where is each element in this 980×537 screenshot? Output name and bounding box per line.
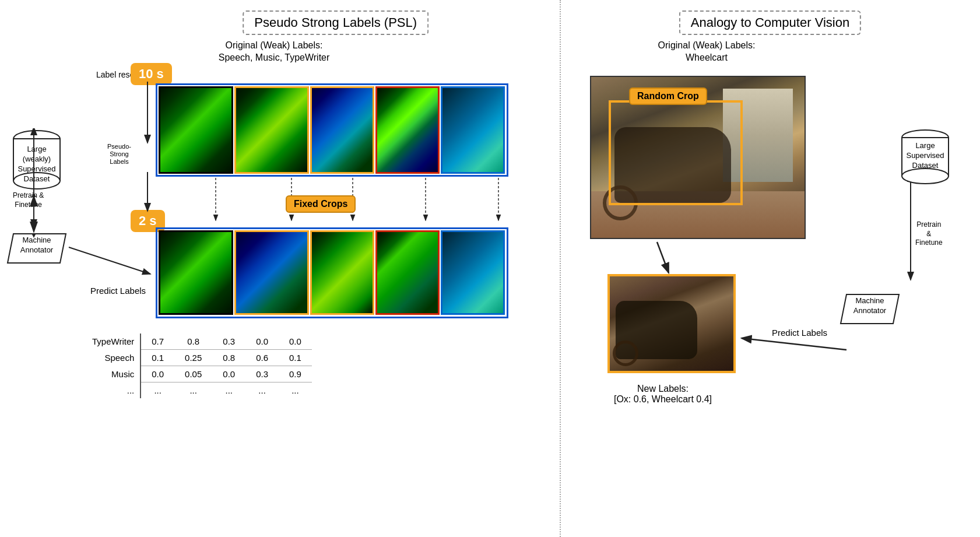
main-container: Pseudo Strong Labels (PSL) Original (Wea… [0,0,980,537]
spec-top-1 [159,86,233,174]
table-row-typewriter: TypeWriter 0.7 0.8 0.3 0.0 0.0 [82,334,312,350]
spec-bot-5 [441,230,505,315]
right-pretrain-text: Pretrain&Finetune [915,220,943,248]
fixed-crops-label: Fixed Crops [286,195,356,213]
spec-bot-2 [234,230,309,315]
right-panel: Analogy to Computer Vision Original (Wea… [560,0,979,537]
svg-point-29 [902,169,949,184]
random-crop-label: Random Crop [629,87,707,105]
spec-top-4 [375,86,440,174]
table-row-music: Music 0.0 0.05 0.0 0.3 0.9 [82,366,312,382]
spec-top-5 [441,86,505,174]
analogy-title-text: Analogy to Computer Vision [691,15,849,30]
svg-line-8 [69,247,150,274]
spec-bot-1 [159,230,233,315]
right-weak-labels-header: Original (Weak) Labels:Wheelcart [631,40,782,64]
small-cropped-image [607,274,736,373]
pseudo-strong-labels-text: Pseudo-StrongLabels [107,143,131,166]
right-large-dataset-cylinder: LargeSupervisedDataset [899,128,951,195]
analogy-title-box: Analogy to Computer Vision [679,10,861,35]
predict-labels-text: Predict Labels [90,285,146,297]
spec-bot-3 [310,230,374,315]
large-image-box: Random Crop [590,76,806,239]
right-dataset-label: LargeSupervisedDataset [899,141,951,171]
spec-top-2 [234,86,309,174]
row-label-music: Music [82,366,140,382]
weak-labels-text: Original (Weak) Labels:Speech, Music, Ty… [219,40,330,62]
badge-10s: 10 s [131,63,172,85]
row-label-dots: ... [82,382,140,399]
right-machine-annotator-label: MachineAnnotator [838,296,902,316]
prediction-table: TypeWriter 0.7 0.8 0.3 0.0 0.0 Speech 0.… [82,334,312,398]
weak-labels-header: Original (Weak) Labels:Speech, Music, Ty… [181,40,367,64]
right-machine-annotator-shape: MachineAnnotator [838,292,902,329]
pretrain-double-arrow [23,128,47,245]
spec-top-3 [310,86,374,174]
new-labels-text: New Labels:[Ox: 0.6, Wheelcart 0.4] [578,384,747,405]
left-panel: Pseudo Strong Labels (PSL) Original (Wea… [0,0,560,537]
badge-2s: 2 s [131,210,165,232]
random-crop-box [609,100,743,205]
psl-title-text: Pseudo Strong Labels (PSL) [254,15,417,30]
psl-title-box: Pseudo Strong Labels (PSL) [243,10,428,35]
right-predict-labels-text: Predict Labels [772,327,827,339]
svg-line-24 [657,242,669,273]
svg-line-25 [742,338,846,350]
spec-bot-4 [375,230,440,315]
table-row-dots: ... ... ... ... ... ... [82,382,312,399]
table-row-speech: Speech 0.1 0.25 0.8 0.6 0.1 [82,350,312,366]
row-label-typewriter: TypeWriter [82,334,140,350]
row-label-speech: Speech [82,350,140,366]
small-wheel [613,341,638,366]
